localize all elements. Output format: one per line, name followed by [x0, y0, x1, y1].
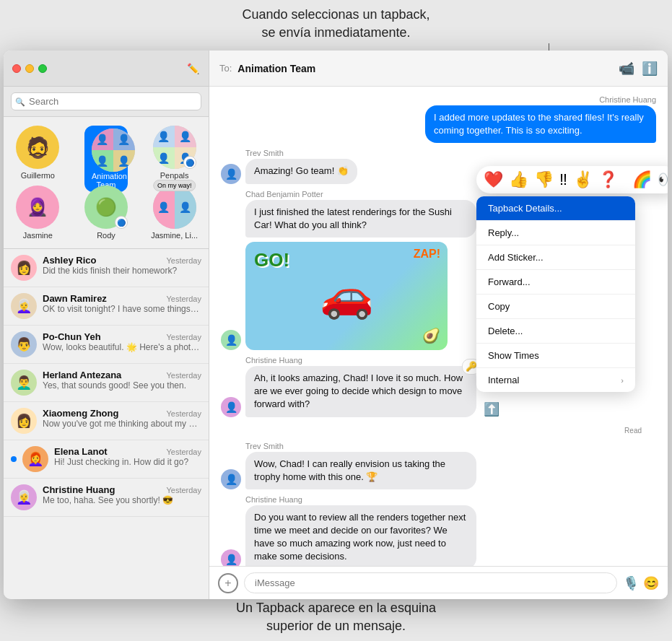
- tapback-peace[interactable]: ✌️: [573, 170, 593, 189]
- tapback-thumbsup[interactable]: 👍: [509, 170, 528, 189]
- context-menu: Tapback Details... Reply... Add Sticker.…: [476, 196, 635, 392]
- msg-preview: Now you've got me thinking about my next…: [43, 419, 201, 429]
- penpals-badge: 🔵: [183, 156, 196, 169]
- msg-name: Christine Huang: [43, 484, 115, 495]
- msg-time: Yesterday: [166, 486, 201, 494]
- annotation-bottom: Un Tapback aparece en la esquina superio…: [236, 599, 436, 641]
- sender-name: Christine Huang: [245, 495, 476, 504]
- close-button[interactable]: [12, 64, 21, 73]
- avatar-xiaomeng-zhong: 👩: [11, 408, 37, 434]
- tapback-rainbow[interactable]: 🌈: [632, 170, 652, 189]
- chat-input-area: + 🎙️ 😊: [209, 566, 668, 599]
- read-status: Read: [221, 423, 656, 436]
- context-menu-container: ❤️ 👍 👎 ‼️ ✌️ ❓ 🌈 👀 ✌️ 😘 🔥 😄 Tapback Deta…: [476, 166, 668, 392]
- msg-item-xiaomeng-zhong[interactable]: 👩 Xiaomeng Zhong Yesterday Now you've go…: [4, 402, 209, 440]
- pinned-contact-jasmine-li[interactable]: 👤 👤 On my way! Jasmine, Li...: [140, 183, 209, 243]
- pinned-contact-animation-team[interactable]: 👤 👤 👤 👤 Animation Team: [72, 123, 141, 183]
- msg-item-christine-huang[interactable]: 👩‍🦳 Christine Huang Yesterday Me too, ha…: [4, 479, 209, 517]
- avatar-elena-lanot: 👩‍🦰: [22, 446, 48, 472]
- compose-button[interactable]: ✏️: [186, 61, 200, 76]
- tapback-question[interactable]: ❓: [598, 170, 618, 189]
- message-bubble: Amazing! Go team! 👏: [245, 159, 357, 183]
- sender-name: Trev Smith: [245, 442, 476, 450]
- msg-preview: Did the kids finish their homework?: [43, 266, 201, 276]
- msg-item-elena-lanot[interactable]: 👩‍🦰 Elena Lanot Yesterday Hi! Just check…: [4, 440, 209, 479]
- cm-delete[interactable]: Delete...: [476, 319, 635, 344]
- sender-name: Trev Smith: [245, 149, 357, 157]
- pinned-contact-penpals[interactable]: 👤 👤 👤 👤 🔵 Penpals: [140, 123, 209, 183]
- cm-forward[interactable]: Forward...: [476, 270, 635, 295]
- msg-item-herland-antezana[interactable]: 👨‍🦱 Herland Antezana Yesterday Yes, that…: [4, 364, 209, 402]
- msg-preview: Wow, looks beautiful. 🌟 Here's a photo o…: [43, 342, 201, 352]
- jasmine-li-note: On my way!: [153, 180, 196, 191]
- annotation-top: Cuando seleccionas un tapback, se envía …: [242, 0, 429, 42]
- avatar-trev-smith-2: 👤: [221, 469, 241, 489]
- cm-reply[interactable]: Reply...: [476, 221, 635, 245]
- sticker-image: GO! ZAP! 🚗 🥑: [245, 242, 448, 350]
- msg-item-dawn-ramirez[interactable]: 👩‍🦳 Dawn Ramirez Yesterday OK to visit t…: [4, 287, 209, 326]
- message-bubble: I just finished the latest renderings fo…: [245, 200, 476, 237]
- msg-preview: Yes, that sounds good! See you then.: [43, 380, 201, 391]
- tapback-eyes[interactable]: 👀: [658, 170, 668, 189]
- contact-label-rody: Rody: [97, 231, 115, 240]
- avatar-ashley-rico: 👩: [11, 255, 37, 281]
- pinned-contact-rody[interactable]: 🟢 🔵 Rody: [72, 183, 141, 243]
- msg-item-pochun-yeh[interactable]: 👨 Po-Chun Yeh Yesterday Wow, looks beaut…: [4, 326, 209, 364]
- cm-internal[interactable]: Internal ›: [476, 368, 635, 392]
- msg-row-christine-3: 👤 Christine Huang Do you want to review …: [221, 495, 656, 566]
- sender-name: Christine Huang: [425, 95, 656, 104]
- tapback-thumbsdown[interactable]: 👎: [534, 170, 554, 189]
- rody-badge: 🔵: [115, 216, 128, 229]
- tapback-exclamation[interactable]: ‼️: [559, 170, 567, 189]
- cm-show-times[interactable]: Show Times: [476, 344, 635, 368]
- tapback-heart[interactable]: ❤️: [484, 170, 503, 189]
- chat-panel: To: Animation Team 📹 ℹ️ Christine Huang …: [209, 51, 668, 599]
- chevron-right-icon: ›: [621, 376, 624, 385]
- msg-row-outgoing-1: Christine Huang I added more updates to …: [425, 95, 656, 143]
- avatar-guillermo: 🧔: [16, 126, 59, 169]
- msg-name: Elena Lanot: [54, 446, 108, 457]
- emoji-icon[interactable]: 😊: [643, 575, 659, 591]
- message-bubble: Do you want to review all the renders to…: [245, 505, 476, 566]
- search-input[interactable]: [11, 92, 201, 110]
- maximize-button[interactable]: [38, 64, 47, 73]
- avatar-chad: 👤: [221, 330, 241, 350]
- pinned-contact-jasmine[interactable]: 🧕 Jasmine: [4, 183, 72, 243]
- message-input[interactable]: [244, 572, 617, 593]
- chat-header-icons: 📹 ℹ️: [619, 61, 658, 77]
- message-bubble-tapback: Ah, it looks amazing, Chad! I love it so…: [245, 366, 476, 417]
- pinned-contact-guillermo[interactable]: 🧔 Guillermo: [4, 123, 72, 183]
- video-call-icon[interactable]: 📹: [619, 61, 634, 77]
- share-icon[interactable]: ⬆️: [484, 401, 499, 417]
- unread-indicator: [11, 456, 17, 462]
- msg-time: Yesterday: [166, 295, 201, 303]
- cm-copy[interactable]: Copy: [476, 295, 635, 319]
- msg-preview: Me too, haha. See you shortly! 😎: [43, 495, 201, 505]
- minimize-button[interactable]: [25, 64, 34, 73]
- sidebar-titlebar: ✏️: [4, 51, 209, 87]
- msg-preview: OK to visit tonight? I have some things …: [43, 304, 201, 314]
- contact-label-jasmine: Jasmine: [23, 231, 53, 240]
- msg-row-trev-2: 👤 Trev Smith Wow, Chad! I can really env…: [221, 442, 656, 489]
- cm-tapback-details[interactable]: Tapback Details...: [476, 196, 635, 221]
- contact-label-penpals: Penpals: [160, 171, 189, 180]
- msg-name: Xiaomeng Zhong: [43, 408, 118, 419]
- avatar-jasmine: 🧕: [16, 186, 59, 229]
- voice-input-icon[interactable]: 🎙️: [623, 575, 639, 591]
- avatar-christine-huang: 👩‍🦳: [11, 484, 37, 510]
- avatar-trev-smith: 👤: [221, 164, 241, 184]
- msg-item-ashley-rico[interactable]: 👩 Ashley Rico Yesterday Did the kids fin…: [4, 249, 209, 287]
- avatar-jasmine-li: 👤 👤: [153, 186, 196, 229]
- avatar-dawn-ramirez: 👩‍🦳: [11, 293, 37, 319]
- msg-time: Yesterday: [166, 448, 201, 456]
- message-bubble: Wow, Chad! I can really envision us taki…: [245, 452, 476, 489]
- sidebar: ✏️ 🧔 Guillermo 👤: [4, 51, 209, 599]
- add-attachment-button[interactable]: +: [218, 573, 238, 593]
- msg-name: Herland Antezana: [43, 370, 121, 380]
- msg-name: Ashley Rico: [43, 255, 96, 266]
- tapback-bar: ❤️ 👍 👎 ‼️ ✌️ ❓ 🌈 👀 ✌️ 😘 🔥 😄: [476, 166, 668, 193]
- info-icon[interactable]: ℹ️: [642, 61, 658, 77]
- cm-add-sticker[interactable]: Add Sticker...: [476, 245, 635, 270]
- avatar-christine-3: 👤: [221, 549, 241, 566]
- pinned-contacts-grid: 🧔 Guillermo 👤 👤 👤 👤 Animation Team: [4, 117, 209, 249]
